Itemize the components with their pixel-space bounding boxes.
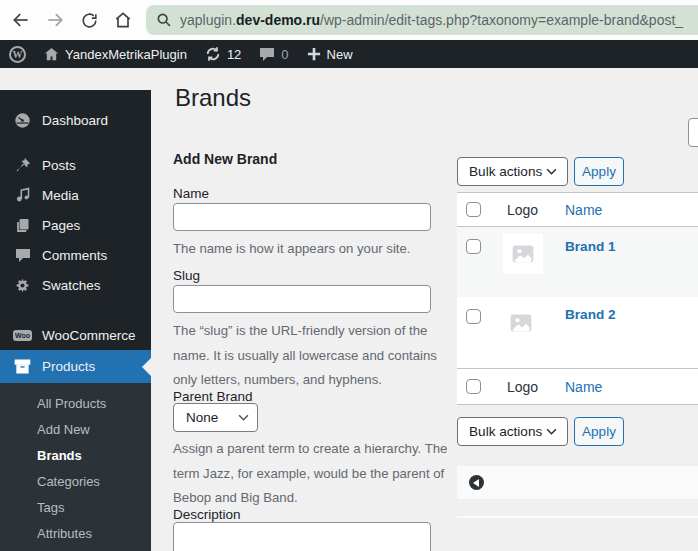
- forward-icon[interactable]: [42, 7, 68, 33]
- updates-icon: [205, 46, 221, 62]
- chevron-down-icon: [546, 428, 557, 435]
- comments-link[interactable]: 0: [250, 40, 297, 68]
- url-text: yaplugin.dev-demo.ru/wp-admin/edit-tags.…: [180, 12, 683, 28]
- name-help: The name is how it appears on your site.: [173, 237, 451, 262]
- add-brand-heading: Add New Brand: [173, 151, 277, 167]
- sidebar-item-tags[interactable]: Tags: [37, 495, 151, 521]
- chevron-down-icon: [546, 168, 557, 175]
- sidebar-item-label: Pages: [42, 218, 80, 233]
- screen: yaplugin.dev-demo.ru/wp-admin/edit-tags.…: [0, 0, 698, 551]
- wp-logo-icon[interactable]: W: [0, 40, 35, 68]
- left-triangle-icon: [473, 479, 479, 487]
- parent-brand-select[interactable]: None: [173, 403, 258, 432]
- page-title: Brands: [175, 84, 251, 112]
- name-label: Name: [173, 186, 209, 201]
- products-box-icon: [13, 359, 32, 374]
- parent-brand-help: Assign a parent term to create a hierarc…: [173, 437, 451, 511]
- pages-icon: [13, 217, 32, 233]
- updates-link[interactable]: 12: [196, 40, 250, 68]
- plus-icon: [307, 47, 321, 61]
- row-checkbox[interactable]: [466, 309, 481, 324]
- logo-column-footer: Logo: [507, 379, 538, 395]
- admin-sidebar: Dashboard Posts Media Pages: [0, 90, 151, 551]
- apply-button-bottom[interactable]: Apply: [574, 417, 624, 446]
- slug-input[interactable]: [173, 285, 431, 313]
- dashboard-icon: [13, 112, 32, 129]
- new-content-link[interactable]: New: [298, 40, 362, 68]
- products-submenu: All Products Add New Brands Categories T…: [0, 383, 151, 551]
- sidebar-item-woocommerce[interactable]: Woo WooCommerce: [0, 320, 151, 350]
- bulk-actions-select-bottom[interactable]: Bulk actions: [457, 417, 568, 446]
- sidebar-item-brands[interactable]: Brands: [37, 443, 151, 469]
- house-icon: [44, 47, 59, 62]
- parent-brand-value: None: [186, 410, 218, 425]
- row-checkbox[interactable]: [466, 239, 481, 254]
- chevron-down-icon: [238, 414, 249, 421]
- url-prefix: yaplugin.: [180, 12, 236, 28]
- table-footer-row: Logo Name: [457, 368, 698, 404]
- table-row: Brand 2: [457, 297, 698, 368]
- sidebar-item-comments[interactable]: Comments: [0, 240, 151, 270]
- search-brands-input[interactable]: [688, 118, 698, 147]
- sidebar-item-label: Media: [42, 188, 79, 203]
- sidebar-item-pages[interactable]: Pages: [0, 210, 151, 240]
- name-input[interactable]: [173, 203, 431, 231]
- updates-count: 12: [227, 47, 241, 62]
- browser-toolbar: yaplugin.dev-demo.ru/wp-admin/edit-tags.…: [0, 0, 698, 40]
- media-icon: [13, 187, 32, 203]
- select-all-checkbox-bottom[interactable]: [466, 379, 481, 394]
- description-textarea[interactable]: [173, 522, 431, 551]
- sidebar-item-label: Swatches: [42, 278, 101, 293]
- sidebar-item-label: Comments: [42, 248, 107, 263]
- sidebar-item-categories[interactable]: Categories: [37, 469, 151, 495]
- image-placeholder-icon: [512, 245, 534, 263]
- search-icon: [156, 12, 172, 28]
- pushpin-icon: [13, 157, 32, 173]
- sidebar-item-label: Posts: [42, 158, 76, 173]
- section-divider: [457, 516, 698, 518]
- logo-column-header: Logo: [507, 202, 538, 218]
- brand-name-link[interactable]: Brand 2: [565, 307, 616, 322]
- sidebar-item-media[interactable]: Media: [0, 180, 151, 210]
- wp-admin-bar: W YandexMetrikaPlugin 12 0 New: [0, 40, 698, 68]
- brand-logo-thumbnail: [510, 314, 532, 333]
- bulk-actions-select-top[interactable]: Bulk actions: [457, 157, 568, 186]
- comment-bubble-icon: [259, 47, 275, 62]
- back-icon[interactable]: [8, 7, 34, 33]
- url-domain: dev-demo.ru: [236, 12, 320, 28]
- comment-icon: [13, 248, 32, 263]
- name-column-footer[interactable]: Name: [565, 379, 602, 395]
- description-label: Description: [173, 507, 241, 522]
- refresh-icon[interactable]: [76, 7, 102, 33]
- site-link[interactable]: YandexMetrikaPlugin: [35, 40, 196, 68]
- parent-brand-label: Parent Brand: [173, 389, 253, 404]
- table-header-row: Logo Name: [457, 193, 698, 227]
- sidebar-item-label: Dashboard: [42, 113, 108, 128]
- previous-arrow-button[interactable]: [469, 475, 484, 490]
- slug-help: The “slug” is the URL-friendly version o…: [173, 319, 451, 393]
- sidebar-item-swatches[interactable]: Swatches: [0, 270, 151, 300]
- slug-label: Slug: [173, 268, 200, 283]
- address-bar[interactable]: yaplugin.dev-demo.ru/wp-admin/edit-tags.…: [146, 5, 698, 35]
- sidebar-item-products[interactable]: Products: [0, 350, 151, 383]
- home-icon[interactable]: [110, 7, 136, 33]
- site-name: YandexMetrikaPlugin: [65, 47, 187, 62]
- sidebar-item-attributes[interactable]: Attributes: [37, 521, 151, 547]
- brand-logo-thumbnail: [503, 234, 543, 274]
- apply-button-top[interactable]: Apply: [574, 157, 624, 186]
- brand-name-link[interactable]: Brand 1: [565, 239, 616, 254]
- comments-count: 0: [281, 47, 288, 62]
- woocommerce-icon: Woo: [13, 330, 32, 341]
- sidebar-item-posts[interactable]: Posts: [0, 150, 151, 180]
- sidebar-item-dashboard[interactable]: Dashboard: [0, 104, 151, 136]
- sidebar-item-add-new[interactable]: Add New: [37, 417, 151, 443]
- select-all-checkbox-top[interactable]: [466, 202, 481, 217]
- brands-table: Logo Name Brand 1 Brand 2 Logo Name: [457, 192, 698, 405]
- widget-band: [457, 466, 698, 499]
- new-label: New: [327, 47, 353, 62]
- sidebar-item-all-products[interactable]: All Products: [37, 391, 151, 417]
- sidebar-item-label: Products: [42, 359, 95, 374]
- table-row: Brand 1: [457, 227, 698, 297]
- image-placeholder-icon: [510, 314, 532, 332]
- name-column-header[interactable]: Name: [565, 202, 602, 218]
